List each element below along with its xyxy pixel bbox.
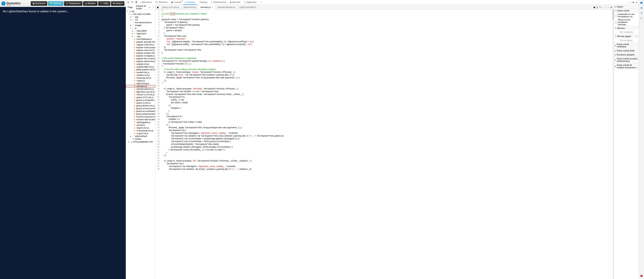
nav-setup[interactable]: ✱Setup ▾ [111, 1, 124, 6]
tree-file[interactable]: 🗎angular-round-progress-directive.js [126, 46, 155, 49]
tree-file[interactable]: 🗎bootbox.min.js [126, 74, 155, 77]
more-icon[interactable]: ⋯ [629, 1, 631, 4]
nav-switches[interactable]: 💡Switches [48, 1, 63, 6]
tree-file[interactable]: 🗎angular-websocket.js [126, 60, 155, 63]
tab-performance[interactable]: ∿Performances [209, 0, 228, 5]
editor-tab-jquery[interactable]: jquery-3.6.0.min.js [160, 5, 182, 9]
tree-file[interactable]: 🗎base64.min.js [126, 71, 155, 74]
tree-origin-fonts[interactable]: ▶☁fonts.googleapis.com [126, 140, 155, 143]
tree-file[interactable]: 🗎ZeroClipboard.js [126, 38, 155, 40]
tree-file[interactable]: 🗎jquery-ui.min.js [126, 102, 155, 104]
section-scope[interactable]: ▼Étendue [614, 26, 639, 30]
section-event-bp[interactable]: ▶Points d'arrêt écouteur d'événements [614, 57, 639, 63]
section-breakpoints[interactable]: ▼Points d'arrêt [614, 9, 639, 13]
add-icon[interactable]: ＋ [636, 35, 638, 38]
tree-file[interactable]: 🗎jquery-ui-timepicker-addon.js [126, 99, 155, 102]
inspect-icon[interactable] [127, 1, 130, 4]
toggle-nav-icon[interactable]: ▣ [156, 5, 160, 9]
code-editor[interactable]: 1234567891011121314151617181920212223242… [156, 10, 614, 279]
tree-file[interactable]: 🗎angularAMD.min.js [126, 65, 155, 68]
settings-icon[interactable]: ⚙ [632, 1, 634, 4]
section-dom-bp[interactable]: ▶Points d'arrêt DOM [614, 49, 639, 53]
tree-folder-js[interactable]: ▼🗀js [126, 27, 155, 29]
step-out-icon[interactable]: ↑ [605, 6, 606, 8]
tree-file[interactable]: 🗎date.format.js [126, 82, 155, 85]
filenav-tab-workspace[interactable]: Espace de travail [134, 5, 148, 9]
tab-application[interactable]: ▢Application [242, 0, 258, 5]
nav-weather[interactable]: ☁Weather [83, 1, 98, 6]
tree-origin[interactable]: ▼☁192.168.0.42:8080 [126, 13, 155, 15]
tree-file[interactable]: 🗎jquery.ddslick.min.js [126, 104, 155, 107]
editor-tab-domoticzdev[interactable]: domoticzdevices.js [216, 5, 238, 9]
tree-file-index[interactable]: 🗎(index) [126, 138, 155, 140]
tree-file[interactable]: 🗎angular.min.js [126, 63, 155, 65]
file-tree[interactable]: ▼▢top ▼☁192.168.0.42:8080 ▶🗀app ▶🗀css 🗀f… [126, 10, 155, 279]
tree-file[interactable]: 🗎angular-animate.min.js [126, 40, 155, 43]
editor-tab-domoticz[interactable]: domoticz.js✕ [198, 5, 216, 9]
tree-file[interactable]: 🗎jquery.uix.multiselect.min.js [126, 110, 155, 113]
tree-file[interactable]: 🗎jquery.wheelcolorpicker.js [126, 113, 155, 115]
toggle-sidebar-icon[interactable]: ▣ [593, 6, 595, 8]
tree-file[interactable]: 🗎colpick.js [126, 79, 155, 82]
check-pause-exceptions[interactable]: Pause sur les exceptions intercept... [614, 18, 639, 26]
tree-file[interactable]: 🗎angular-tree-control.js [126, 57, 155, 60]
tab-add[interactable]: ＋ [258, 0, 264, 5]
tree-folder-images[interactable]: ▶🗀images [126, 24, 155, 27]
rail-shopping-icon[interactable]: 🛒 [640, 17, 643, 20]
nav-dashboard[interactable]: ▦Dashboard [31, 1, 47, 6]
tree-file[interactable]: 🗎angular-scrollglue.js [126, 54, 155, 57]
section-xhr-bp[interactable]: ▶Points d'arrêt XHR/fetch [614, 42, 639, 49]
tab-elements[interactable]: </>Éléments [154, 0, 169, 5]
tree-file[interactable]: 🗎jquery-3.6.0.min.js [126, 96, 155, 99]
device-icon[interactable] [131, 1, 133, 4]
tree-folder-datatables[interactable]: ▶🗀data-tables [126, 29, 155, 32]
tree-folder-styles[interactable]: ▶🗀styles/default [126, 135, 155, 138]
filenav-tab-page[interactable]: Page [126, 5, 134, 9]
step-into-icon[interactable]: ↓ [602, 6, 603, 8]
step-icon[interactable]: → [607, 6, 609, 8]
section-violation-bp[interactable]: ▶Points d'arrêt de violation fournisseur… [614, 63, 639, 69]
section-watch[interactable]: ▶Espion [614, 5, 639, 9]
tab-console[interactable]: ▣Console [169, 0, 183, 5]
rail-people-icon[interactable]: 👥 [640, 1, 643, 4]
tree-folder-css[interactable]: ▶🗀css [126, 18, 155, 21]
rail-outlook-icon[interactable]: ✉ [640, 11, 643, 14]
step-over-icon[interactable]: ↷ [599, 6, 601, 8]
nav-temperature[interactable]: 🌡Temperature [64, 1, 82, 6]
nav-utility[interactable]: 🔌Utility [98, 1, 110, 6]
filenav-menu-icon[interactable]: ⋮ [151, 6, 155, 8]
tree-folder-noty[interactable]: ▶🗀noty [126, 35, 155, 38]
tree-file[interactable]: 🗎require.min.js [126, 126, 155, 129]
tree-file[interactable]: 🗎bootstrap.min.js [126, 77, 155, 79]
tab-memory[interactable]: ◉Mémoire [228, 0, 242, 5]
deactivate-bp-icon[interactable]: ⊘ [610, 6, 612, 8]
tree-folder-fontawesome[interactable]: 🗀font-awesome/css [126, 21, 155, 24]
tree-file[interactable]: 🗎qrcode.js [126, 124, 155, 126]
tree-file[interactable]: 🗎angular-route.min.js [126, 49, 155, 52]
tab-welcome[interactable]: ⌂Bienvenue [138, 0, 154, 5]
editor-tab-dateformat[interactable]: date.format.js [182, 5, 198, 9]
tree-file[interactable]: 🗎domoticz.js [126, 85, 155, 88]
code-content[interactable]: /*(c) 2012-2016 Domoticz.com, Robbert E.… [161, 10, 612, 279]
tree-file[interactable]: 🗎angular-sanitize.min.js [126, 52, 155, 54]
tab-network[interactable]: ↕Réseau [197, 0, 209, 5]
tree-file[interactable]: 🗎i18next-1.8.0.min.js [126, 93, 155, 96]
tree-file[interactable]: 🗎babel-polyfill-6.26.0.js [126, 68, 155, 71]
tree-file[interactable]: 🗎ui-grid.min.js [126, 132, 155, 135]
tree-file[interactable]: 🗎moment-timezone-with-data.min.js [126, 115, 155, 118]
tab-sources[interactable]: { }Sources [183, 0, 197, 5]
pause-icon[interactable]: ‖ [597, 6, 598, 8]
tree-folder-app[interactable]: ▶🗀app [126, 15, 155, 18]
tree-file[interactable]: 🗎jquery.ui.touch-punch.min.js [126, 107, 155, 110]
check-suspend-exceptions[interactable]: Suspendre en cas d'exceptions no... [614, 13, 639, 18]
close-devtools-icon[interactable]: ✕ [636, 1, 638, 4]
tree-file[interactable]: 🗎angular-md5.min.js [126, 43, 155, 46]
tree-file[interactable]: 🗎ui-bootstrap.min.js [126, 129, 155, 132]
filenav-more-icon[interactable]: » [148, 6, 151, 8]
section-callstack[interactable]: ▼Pile des appels＋ [614, 34, 639, 38]
editor-tab-lights[interactable]: LightsController.js [238, 5, 258, 9]
section-listeners[interactable]: ▶Écouteurs globales [614, 53, 639, 57]
tree-folder-highcharts[interactable]: ▶🗀highcharts [126, 32, 155, 35]
tree-root[interactable]: ▼▢top [126, 10, 155, 13]
dock-icon[interactable] [134, 1, 137, 4]
